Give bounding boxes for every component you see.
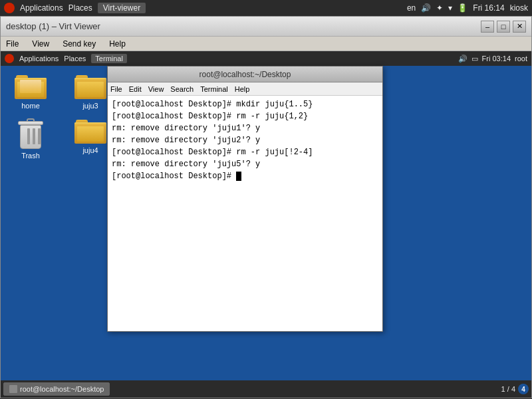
- os-user: kiosk: [510, 3, 528, 13]
- os-places-menu[interactable]: Places: [68, 3, 92, 13]
- trash-icon: [17, 117, 44, 149]
- inner-logo-icon: [5, 54, 14, 63]
- terminal-titlebar: root@localhost:~/Desktop: [108, 66, 382, 82]
- juju4-folder-icon: [74, 117, 106, 144]
- vv-menubar: File View Send key Help: [1, 37, 531, 51]
- vv-maximize-button[interactable]: □: [497, 21, 510, 33]
- terminal-window: root@localhost:~/Desktop File Edit View …: [107, 66, 383, 332]
- term-menu-view[interactable]: View: [148, 85, 164, 93]
- juju3-body: [74, 78, 106, 99]
- virt-viewer-window: desktop (1) – Virt Viewer – □ ✕ File Vie…: [0, 16, 532, 398]
- juju3-inner: [77, 82, 104, 97]
- trash-icon-item[interactable]: Trash: [7, 117, 54, 160]
- os-battery-icon: 🔋: [458, 3, 467, 13]
- term-line-2: [root@localhost Desktop]# rm -r juju{1,2…: [112, 110, 378, 122]
- vv-minimize-button[interactable]: –: [481, 21, 494, 33]
- inner-applications-menu[interactable]: Applications: [19, 55, 59, 63]
- term-menu-edit[interactable]: Edit: [129, 85, 142, 93]
- juju3-label: juju3: [81, 101, 99, 110]
- inner-taskbar: root@localhost:~/Desktop 1 / 4 4: [1, 380, 531, 398]
- os-bluetooth-icon[interactable]: ✦: [436, 3, 443, 13]
- juju4-inner: [77, 126, 104, 142]
- inner-task-terminal[interactable]: root@localhost:~/Desktop: [3, 382, 110, 396]
- vv-menu-file[interactable]: File: [3, 39, 21, 49]
- home-folder-icon: [15, 72, 47, 99]
- os-time: Fri 16:14: [473, 3, 504, 13]
- term-menu-search[interactable]: Search: [170, 85, 194, 93]
- inner-taskbar-right: 1 / 4 4: [501, 384, 529, 394]
- terminal-title: root@localhost:~/Desktop: [200, 70, 291, 79]
- trash-line-1: [27, 128, 30, 144]
- trash-body: [20, 125, 41, 149]
- os-volume-icon[interactable]: 🔊: [421, 3, 431, 13]
- os-topbar-right: en 🔊 ✦ ▾ 🔋 Fri 16:14 kiosk: [407, 3, 528, 13]
- desktop-area: home juju3: [1, 66, 531, 380]
- vv-menu-sendkey[interactable]: Send key: [60, 39, 98, 49]
- vv-title: desktop (1) – Virt Viewer: [6, 21, 100, 31]
- vv-menu-view[interactable]: View: [29, 39, 52, 49]
- vv-titlebar: desktop (1) – Virt Viewer – □ ✕: [1, 17, 531, 37]
- term-line-4: rm: remove directory 'juju2'? y: [112, 134, 378, 146]
- os-wifi-icon[interactable]: ▾: [448, 3, 452, 13]
- folder-inner: [17, 82, 44, 97]
- inner-terminal-app[interactable]: Terminal: [91, 54, 127, 63]
- inner-page-info: 1 / 4: [501, 385, 515, 393]
- trash-line-2: [33, 128, 35, 144]
- inner-topbar: Applications Places Terminal 🔊 ▭ Fri 03:…: [1, 51, 531, 66]
- terminal-menubar: File Edit View Search Terminal Help: [108, 82, 382, 96]
- os-lang: en: [407, 3, 416, 13]
- trash-line-3: [38, 128, 41, 144]
- icon-row-2: Trash juju4: [7, 117, 114, 160]
- vv-window-buttons: – □ ✕: [481, 21, 526, 33]
- inner-topbar-right: 🔊 ▭ Fri 03:14 root: [458, 55, 527, 63]
- vv-close-button[interactable]: ✕: [513, 21, 526, 33]
- inner-desktop: Applications Places Terminal 🔊 ▭ Fri 03:…: [1, 51, 531, 398]
- term-menu-terminal[interactable]: Terminal: [200, 85, 228, 93]
- os-topbar: Applications Places Virt-viewer en 🔊 ✦ ▾…: [0, 0, 532, 16]
- inner-screen-icon: ▭: [471, 55, 478, 63]
- term-line-7: [root@localhost Desktop]#: [112, 170, 378, 182]
- term-menu-file[interactable]: File: [110, 85, 122, 93]
- desktop-icons: home juju3: [7, 72, 114, 160]
- trash-lines: [27, 128, 41, 144]
- inner-task-label: root@localhost:~/Desktop: [20, 385, 104, 393]
- inner-user-label: root: [515, 55, 527, 63]
- term-line-3: rm: remove directory 'juju1'? y: [112, 122, 378, 134]
- term-line-6: rm: remove directory 'juju5'? y: [112, 158, 378, 170]
- vv-menu-help[interactable]: Help: [106, 39, 128, 49]
- inner-time: Fri 03:14: [482, 55, 511, 63]
- home-icon-item[interactable]: home: [7, 72, 54, 110]
- term-line-5: [root@localhost Desktop]# rm -r juju[!2-…: [112, 146, 378, 158]
- os-applications-menu[interactable]: Applications: [20, 3, 63, 13]
- juju3-folder-icon: [74, 72, 106, 99]
- inner-volume-icon[interactable]: 🔊: [458, 55, 467, 63]
- inner-places-menu[interactable]: Places: [64, 55, 86, 63]
- folder-body: [15, 78, 47, 99]
- os-logo-icon: [4, 3, 15, 13]
- term-line-1: [root@localhost Desktop]# mkdir juju{1..…: [112, 98, 378, 110]
- os-topbar-left: Applications Places Virt-viewer: [4, 3, 146, 13]
- inner-task-icon: [9, 385, 17, 393]
- juju4-body: [74, 122, 106, 144]
- home-label: home: [20, 101, 41, 110]
- os-active-app: Virt-viewer: [98, 3, 146, 13]
- inner-page-badge: 4: [518, 384, 529, 394]
- juju4-label: juju4: [81, 146, 99, 155]
- terminal-cursor: [236, 172, 241, 181]
- trash-label: Trash: [20, 151, 41, 160]
- icon-row-1: home juju3: [7, 72, 114, 110]
- term-menu-help[interactable]: Help: [235, 85, 250, 93]
- terminal-content[interactable]: [root@localhost Desktop]# mkdir juju{1..…: [108, 96, 382, 331]
